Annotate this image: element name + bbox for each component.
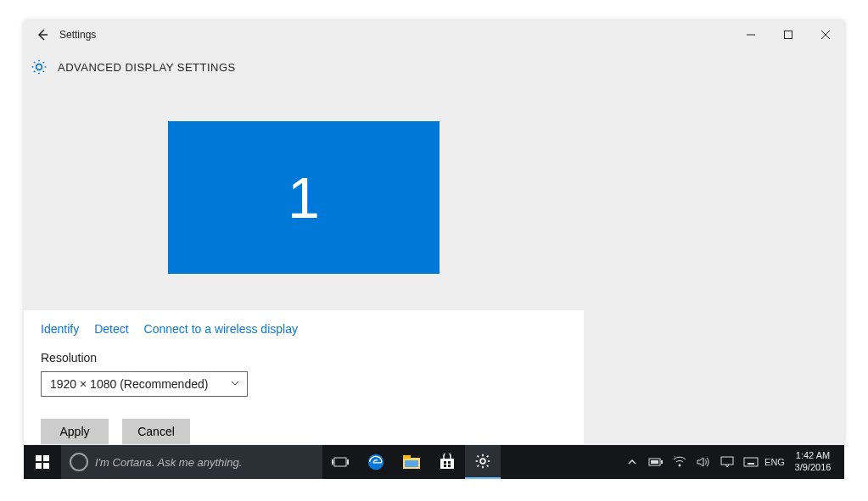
gear-white-icon (474, 453, 491, 470)
settings-window: Settings ADVANCED DISPLAY SETTI (24, 20, 844, 444)
close-icon (820, 30, 831, 40)
minimize-icon (746, 30, 756, 40)
titlebar: Settings (24, 20, 844, 49)
folder-icon (402, 454, 421, 470)
resolution-select[interactable]: 1920 × 1080 (Recommended) (41, 371, 248, 397)
taskbar-clock[interactable]: 1:42 AM 3/9/2016 (787, 450, 839, 474)
svg-point-21 (480, 459, 485, 464)
task-view-button[interactable] (322, 445, 358, 479)
button-row: Apply Cancel (41, 419, 567, 444)
minimize-button[interactable] (732, 22, 770, 47)
svg-rect-28 (744, 458, 758, 466)
speaker-icon (697, 456, 710, 468)
connect-wireless-display-link[interactable]: Connect to a wireless display (144, 322, 298, 336)
keyboard-tray-icon[interactable] (739, 457, 763, 467)
maximize-icon (783, 30, 793, 40)
controls-area: Identify Detect Connect to a wireless di… (24, 310, 584, 444)
store-icon (439, 454, 456, 470)
chevron-up-icon (627, 457, 637, 467)
svg-point-25 (679, 465, 681, 467)
language-tray-button[interactable]: ENG (763, 457, 787, 467)
battery-icon (648, 457, 664, 467)
file-explorer-taskbar-button[interactable] (394, 445, 429, 479)
back-button[interactable] (31, 23, 54, 47)
maximize-button[interactable] (770, 22, 807, 47)
detect-link[interactable]: Detect (94, 322, 128, 336)
keyboard-icon (743, 457, 759, 467)
clock-time: 1:42 AM (796, 450, 830, 462)
svg-rect-17 (444, 461, 446, 464)
cortana-ring-icon (70, 453, 88, 471)
wifi-icon: * (673, 456, 686, 468)
cancel-button[interactable]: Cancel (122, 419, 190, 444)
window-body: 1 Identify Detect Connect to a wireless … (24, 85, 844, 444)
right-pane (584, 85, 844, 444)
display-arrangement-area[interactable]: 1 (24, 85, 584, 310)
cortana-search-box[interactable]: I'm Cortana. Ask me anything. (61, 445, 322, 479)
headerbar: ADVANCED DISPLAY SETTINGS (24, 49, 844, 85)
language-label: ENG (764, 457, 785, 467)
start-button[interactable] (24, 445, 61, 479)
search-placeholder: I'm Cortana. Ask me anything. (95, 456, 242, 469)
svg-rect-9 (334, 458, 346, 466)
edge-taskbar-button[interactable] (358, 445, 394, 479)
gear-icon (31, 58, 48, 75)
svg-rect-2 (785, 31, 792, 39)
taskbar: I'm Cortana. Ask me anything. (24, 445, 844, 479)
svg-rect-20 (448, 465, 451, 467)
svg-rect-6 (43, 455, 49, 461)
chevron-down-icon (230, 377, 240, 391)
edge-icon (367, 453, 385, 471)
store-taskbar-button[interactable] (429, 445, 465, 479)
clock-date: 3/9/2016 (795, 462, 832, 474)
svg-rect-14 (403, 455, 411, 459)
close-button[interactable] (807, 22, 844, 47)
svg-rect-10 (332, 459, 333, 465)
task-view-icon (332, 455, 349, 469)
svg-rect-8 (43, 463, 49, 469)
monitor-tile-1[interactable]: 1 (168, 121, 440, 274)
svg-rect-19 (444, 465, 446, 467)
battery-tray-icon[interactable] (644, 457, 668, 467)
resolution-label: Resolution (41, 351, 567, 365)
svg-rect-7 (36, 463, 42, 469)
resolution-value: 1920 × 1080 (Recommended) (50, 377, 208, 391)
svg-rect-16 (440, 459, 454, 469)
system-tray: * ENG (620, 445, 844, 479)
settings-taskbar-button[interactable] (465, 445, 501, 479)
wifi-tray-icon[interactable]: * (668, 456, 692, 468)
link-row: Identify Detect Connect to a wireless di… (41, 322, 567, 336)
notification-icon (720, 456, 734, 468)
svg-rect-11 (347, 459, 349, 465)
svg-rect-18 (448, 461, 451, 464)
svg-rect-5 (36, 455, 42, 461)
window-title: Settings (59, 29, 96, 41)
identify-link[interactable]: Identify (41, 322, 79, 336)
apply-button[interactable]: Apply (41, 419, 109, 444)
action-center-tray-icon[interactable] (715, 456, 739, 468)
volume-tray-icon[interactable] (692, 456, 715, 468)
svg-rect-23 (661, 460, 663, 464)
svg-rect-24 (651, 460, 658, 464)
tray-overflow-button[interactable] (620, 457, 644, 467)
monitor-number: 1 (288, 164, 320, 231)
left-pane: 1 Identify Detect Connect to a wireless … (24, 85, 584, 444)
back-arrow-icon (36, 28, 49, 42)
svg-rect-15 (405, 460, 418, 467)
windows-logo-icon (36, 455, 49, 469)
page-title: ADVANCED DISPLAY SETTINGS (58, 61, 236, 74)
svg-rect-27 (721, 457, 733, 465)
